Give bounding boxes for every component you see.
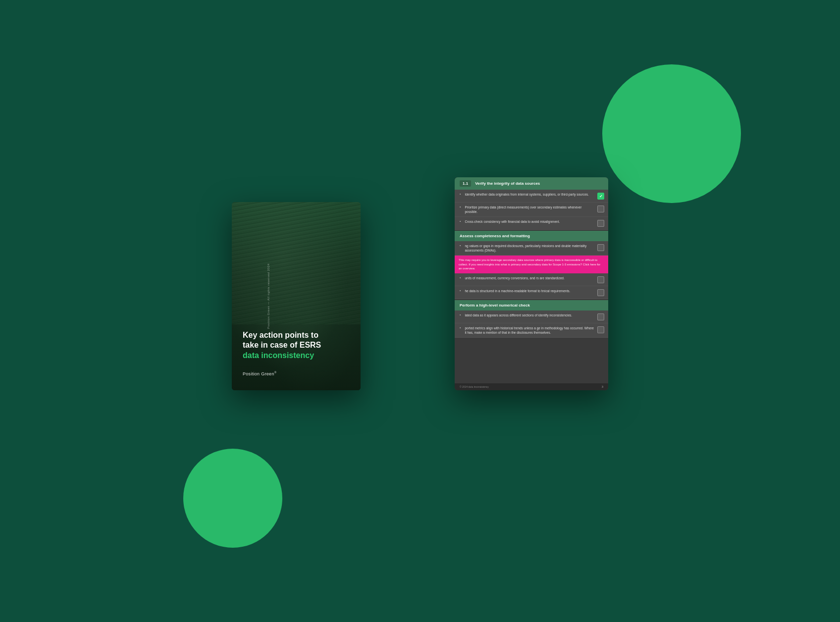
highlight-box: This may require you to leverage seconda… <box>455 256 608 273</box>
footer: © 2024 data inconsistency 3 <box>455 383 608 390</box>
checklist-item: • Cross-check consistency with financial… <box>455 217 608 230</box>
checkbox-5[interactable] <box>597 276 604 283</box>
cover-title: Key action points to take in case of ESR… <box>243 330 350 361</box>
checklist-item: • Identify whether data originates from … <box>455 190 608 203</box>
cover-title-accent: data inconsistency <box>243 351 350 361</box>
decorative-circle-top-right <box>602 64 741 203</box>
item-text: ported metrics align with historical tre… <box>465 326 594 335</box>
item-text: he data is structured in a machine-reada… <box>465 289 594 293</box>
section-2-items: • ng values or gaps in required disclosu… <box>455 241 608 299</box>
section-1-1-header: 1.1 Verify the integrity of data sources <box>455 177 608 190</box>
checklist-item: • Prioritize primary data (direct measur… <box>455 203 608 217</box>
decorative-circle-bottom-left <box>183 449 282 548</box>
section-3-title: Perform a high-level numerical check <box>460 303 530 308</box>
section-2-header: Assess completeness and formatting <box>455 231 608 241</box>
checklist-item: • he data is structured in a machine-rea… <box>455 286 608 299</box>
checkbox-8[interactable] <box>597 326 604 333</box>
item-text: lated data as it appears across differen… <box>465 313 594 317</box>
footer-page: 3 <box>602 385 603 388</box>
section-3-header: Perform a high-level numerical check <box>455 300 608 311</box>
cover-brand: Position Green® <box>243 371 350 376</box>
checklist-item: • ported metrics align with historical t… <box>455 323 608 338</box>
section-2-title: Assess completeness and formatting <box>460 234 530 238</box>
section-number: 1.1 <box>460 180 471 187</box>
checkbox-1[interactable] <box>597 193 604 200</box>
section-1-1-title: Verify the integrity of data sources <box>475 181 540 186</box>
item-text: Cross-check consistency with financial d… <box>465 219 594 224</box>
checkbox-4[interactable] <box>597 244 604 251</box>
item-text: Prioritize primary data (direct measurem… <box>465 205 594 214</box>
item-text: units of measurement, currency conversio… <box>465 276 594 280</box>
checklist-item: • units of measurement, currency convers… <box>455 273 608 286</box>
checklist-item: • lated data as it appears across differ… <box>455 311 608 323</box>
item-text: Identify whether data originates from in… <box>465 192 594 197</box>
cover-card: Position Green — All rights reserved 202… <box>232 202 361 390</box>
highlight-text: This may require you to leverage seconda… <box>459 259 600 270</box>
section-3-items: • lated data as it appears across differ… <box>455 311 608 338</box>
checkbox-7[interactable] <box>597 313 604 320</box>
checklist-item: • ng values or gaps in required disclosu… <box>455 241 608 256</box>
checklist-card: 1.1 Verify the integrity of data sources… <box>455 177 608 390</box>
cover-sidebar-text: Position Green — All rights reserved 202… <box>267 263 270 329</box>
checkbox-6[interactable] <box>597 289 604 296</box>
checkbox-3[interactable] <box>597 220 604 227</box>
cards-container: Position Green — All rights reserved 202… <box>232 177 608 445</box>
checkbox-2[interactable] <box>597 206 604 212</box>
section-1-1-items: • Identify whether data originates from … <box>455 190 608 230</box>
footer-copyright: © 2024 data inconsistency <box>460 385 489 388</box>
item-text: ng values or gaps in required disclosure… <box>465 244 594 253</box>
